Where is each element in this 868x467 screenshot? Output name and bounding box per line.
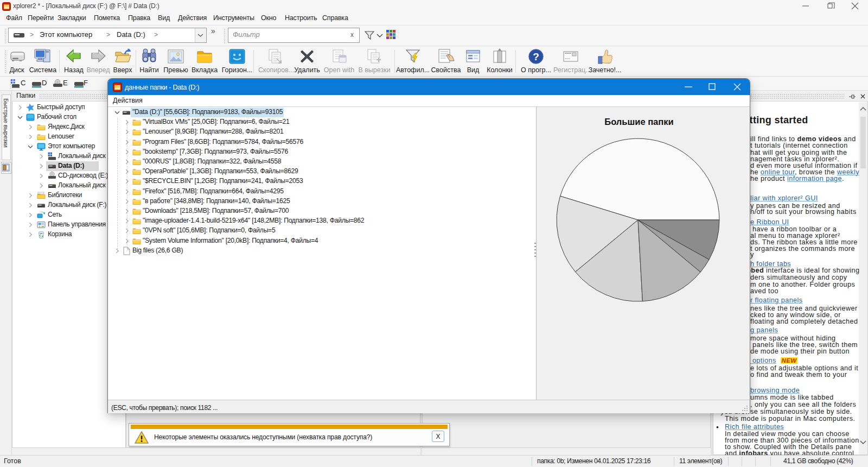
svg-text:?: ?: [533, 51, 539, 62]
svg-text:Большие папки: Большие папки: [604, 117, 673, 127]
